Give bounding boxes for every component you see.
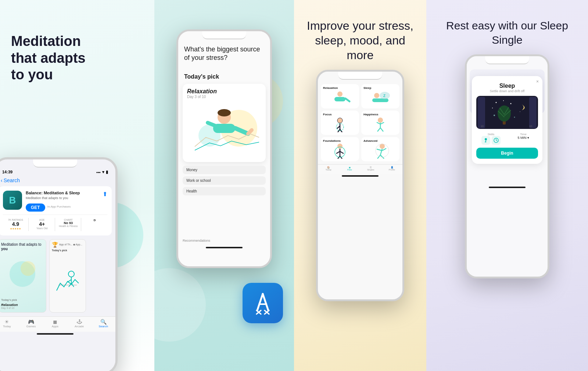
svg-point-29: [337, 118, 343, 123]
phone-mockup-3: Relaxation Sleep: [316, 70, 404, 301]
in-app-label: In-App Purchases: [47, 205, 71, 208]
panel1-heading: Meditation that adapts to you: [7, 11, 147, 83]
back-button[interactable]: ‹ Search: [1, 177, 20, 183]
phone-mockup-1: 14:39 ▪▪▪ ▾ ▮ ‹ Search: [0, 157, 118, 371]
heading-line3: to: [11, 67, 28, 82]
heading-line1: Meditation: [11, 33, 81, 49]
option-money[interactable]: Money: [183, 166, 266, 174]
status-bar: 14:39 ▪▪▪ ▾ ▮: [0, 167, 115, 176]
screenshot-2: 🏆 App of Th... ◆ App... Today's pick: [49, 239, 86, 313]
option-work[interactable]: Work or school: [183, 176, 266, 185]
relaxation-day: Day 3 of 10: [187, 95, 261, 99]
svg-point-70: [520, 111, 520, 112]
back-label: Search: [4, 177, 20, 183]
svg-point-41: [337, 144, 343, 149]
phone-mockup-2: What's the biggest source of your stress…: [176, 29, 272, 268]
svg-point-17: [218, 109, 231, 116]
todays-pick-section: Today's pick: [178, 62, 270, 84]
tab-apps-label: Apps: [52, 325, 58, 328]
status-icons: ▪▪▪ ▾ ▮: [96, 170, 108, 174]
get-button[interactable]: GET: [26, 203, 45, 212]
svg-point-73: [485, 138, 487, 140]
happiness-illus: [363, 116, 397, 133]
p3-tab-today[interactable]: 🏠 Today: [318, 166, 339, 171]
panel-4: Rest easy with our Sleep Single × Sleep: [426, 0, 588, 371]
s2-figure: [52, 253, 83, 310]
svg-rect-56: [478, 97, 485, 128]
tab-search-label: Search: [98, 325, 108, 328]
tab-games[interactable]: 🎮 Games: [19, 319, 43, 328]
ratings-stat: 7K RATINGS 4.9 ★★★★★: [3, 218, 29, 231]
svg-line-78: [496, 140, 497, 141]
svg-point-58: [496, 102, 497, 103]
category-relaxation[interactable]: Relaxation: [321, 84, 359, 108]
app-stats: 7K RATINGS 4.9 ★★★★★ AGE 4+ Years Old CH…: [3, 215, 107, 231]
p3-tab-flow[interactable]: ◉ Flow: [339, 166, 361, 171]
category-happiness[interactable]: Happiness: [361, 111, 399, 135]
todays-pick-label: Today's pick: [184, 73, 264, 80]
share-button[interactable]: ⬆: [103, 191, 107, 198]
biggest-stress-question: What's the biggest source of your stress…: [184, 46, 260, 61]
heading-bold: you: [28, 67, 53, 82]
svg-text:z: z: [383, 93, 386, 98]
category-foundations[interactable]: Foundations: [321, 137, 359, 161]
svg-point-69: [514, 116, 515, 118]
begin-button[interactable]: Begin: [476, 148, 538, 159]
panel4-heading: Rest easy with our Sleep Single: [426, 0, 588, 54]
p3-tab-profile[interactable]: 👤 Profile: [381, 166, 403, 171]
time-label: Time: [509, 133, 538, 136]
s1-line1: Meditation that adapts to: [1, 242, 42, 246]
svg-line-44: [340, 151, 344, 154]
app-listing: B Balance: Meditation & Sleep Meditation…: [0, 186, 112, 235]
time-value: 5 MIN: [517, 136, 526, 140]
phone-notch: [33, 159, 77, 168]
svg-line-20: [248, 130, 252, 134]
category-advanced[interactable]: Advanced: [361, 137, 399, 161]
phone-notch-3: [338, 72, 382, 80]
wifi-icon: ▾: [102, 170, 104, 174]
time-select[interactable]: 5 MIN ▾: [509, 136, 538, 140]
panel-3: Improve your stress, sleep, mood, and mo…: [294, 0, 426, 371]
svg-point-63: [498, 105, 511, 122]
skills-time-row: Skills: [476, 133, 538, 145]
phone-notch-4: [485, 56, 529, 64]
app-icon: B: [3, 191, 22, 210]
relaxation-illus: [323, 90, 357, 106]
mini-pick-day: Day 3 of 10: [1, 307, 44, 309]
time-display: 14:39: [2, 170, 12, 174]
tab-arcade[interactable]: 🕹 Arcade: [67, 319, 92, 328]
age-value: 4+: [30, 221, 54, 227]
ratings-label: 7K RATINGS: [4, 219, 28, 221]
category-grid: Relaxation Sleep: [318, 81, 402, 164]
tab-games-label: Games: [26, 325, 36, 328]
modal-close-button[interactable]: ×: [536, 79, 539, 84]
app-store-nav: ‹ Search: [0, 176, 115, 186]
phone-tabs: ☀ Today 🎮 Games ◼ Apps 🕹: [0, 316, 115, 332]
age-sub: Years Old: [30, 227, 54, 230]
svg-rect-57: [529, 97, 537, 128]
panel3-tabs: 🏠 Today ◉ Flow ☰ Singles 👤: [318, 164, 402, 174]
svg-line-43: [336, 151, 340, 154]
time-col: Time 5 MIN ▾: [509, 133, 538, 145]
home-bar-2: [206, 247, 243, 248]
tab-today[interactable]: ☀ Today: [0, 319, 19, 328]
svg-line-51: [382, 148, 386, 151]
option-health[interactable]: Health: [183, 187, 266, 195]
category-sleep[interactable]: Sleep z: [361, 84, 399, 108]
sleep-modal-subtitle: Settle down and drift off: [476, 89, 538, 93]
tab-apps[interactable]: ◼ Apps: [43, 319, 67, 328]
p3-tab-singles[interactable]: ☰ Singles: [360, 166, 381, 171]
signal-icon: ▪▪▪: [96, 170, 101, 174]
stress-options: Money Work or school Health: [178, 162, 270, 199]
tab-search[interactable]: 🔍 Search: [91, 319, 115, 328]
chart-value: No 93: [57, 221, 80, 225]
tab-today-label: Today: [3, 325, 11, 328]
relaxation-card[interactable]: Relaxation Day 3 of 10: [183, 84, 266, 162]
category-focus[interactable]: Focus: [321, 111, 359, 135]
svg-text:10: 10: [481, 125, 484, 127]
svg-point-9: [68, 271, 74, 277]
app-icon-letter: B: [9, 195, 16, 206]
dev-icon: D: [83, 219, 107, 222]
battery-icon: ▮: [106, 170, 108, 174]
svg-point-59: [503, 100, 504, 101]
